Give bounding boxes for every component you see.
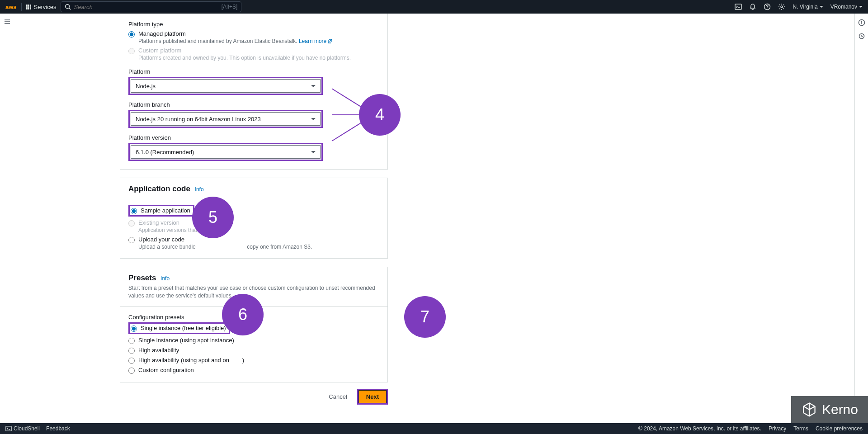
services-button[interactable]: Services — [26, 4, 57, 10]
search-input[interactable] — [74, 4, 191, 10]
grid-icon — [26, 5, 31, 9]
settings-icon[interactable] — [778, 3, 785, 10]
help-icon[interactable] — [764, 3, 771, 10]
search-hint: [Alt+S] — [222, 4, 238, 10]
aws-logo-text: aws — [5, 4, 17, 10]
svg-line-1 — [69, 8, 71, 10]
region-selector[interactable]: N. Virginia — [793, 4, 823, 10]
svg-point-4 — [781, 6, 783, 8]
caret-down-icon — [859, 6, 863, 8]
cloudshell-icon[interactable] — [735, 3, 742, 10]
search-box[interactable]: [Alt+S] — [61, 1, 241, 12]
aws-logo[interactable]: aws — [5, 4, 17, 10]
search-icon — [65, 4, 71, 10]
caret-down-icon — [820, 6, 823, 8]
svg-point-0 — [66, 5, 70, 9]
user-label: VRomanov — [830, 4, 857, 10]
top-nav: aws Services [Alt+S] N. Virginia VRomano… — [0, 0, 868, 14]
notifications-icon[interactable] — [749, 3, 756, 10]
svg-rect-2 — [735, 4, 741, 9]
nav-separator — [21, 3, 22, 11]
user-menu[interactable]: VRomanov — [830, 4, 863, 10]
services-label: Services — [34, 4, 57, 10]
region-label: N. Virginia — [793, 4, 817, 10]
